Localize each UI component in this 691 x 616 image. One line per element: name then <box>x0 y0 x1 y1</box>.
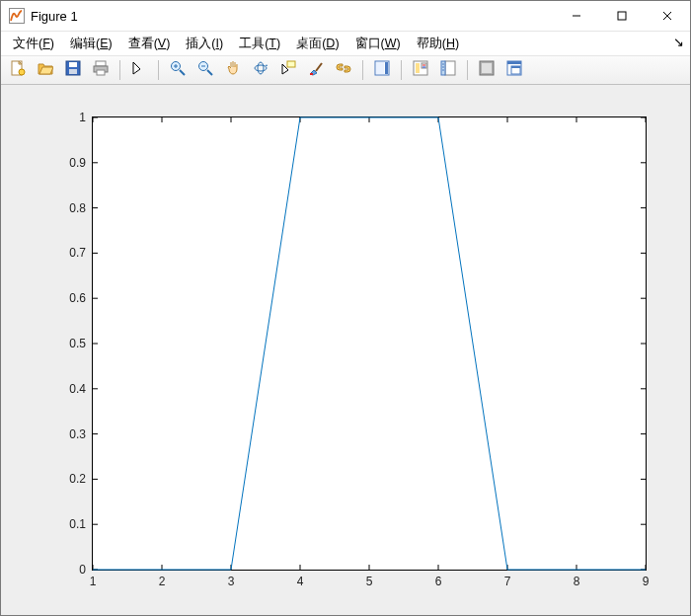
zoom-out-button[interactable] <box>192 57 218 83</box>
menu-item-t[interactable]: 工具(T) <box>231 34 288 54</box>
svg-rect-34 <box>441 61 445 75</box>
toolbar-separator <box>158 60 159 80</box>
x-tick-label: 1 <box>83 575 103 588</box>
toolbar-separator <box>401 60 402 80</box>
svg-rect-24 <box>310 73 313 75</box>
save-button[interactable] <box>60 57 86 83</box>
edit-plot-button[interactable] <box>126 57 152 83</box>
toolbar <box>1 56 690 85</box>
line-plot <box>93 117 646 570</box>
svg-rect-10 <box>96 61 106 66</box>
svg-line-23 <box>316 63 322 71</box>
hide-plot-tools-icon <box>440 60 456 80</box>
svg-point-21 <box>258 62 264 74</box>
rotate-3d-button[interactable] <box>248 57 273 83</box>
toolbar-separator <box>362 60 363 80</box>
minimize-button[interactable] <box>554 1 599 31</box>
dock-figure-icon <box>506 60 522 80</box>
save-icon <box>65 60 81 80</box>
dock-figure-button[interactable] <box>501 57 527 83</box>
svg-rect-9 <box>69 69 77 74</box>
svg-rect-8 <box>69 62 77 67</box>
toolbar-overflow-icon[interactable]: ↘ <box>673 35 684 49</box>
open-file-button[interactable] <box>33 57 58 83</box>
print-button[interactable] <box>88 57 114 83</box>
show-plot-tools-button[interactable] <box>474 57 499 83</box>
y-tick-label: 0.7 <box>56 246 86 260</box>
svg-rect-39 <box>482 63 492 73</box>
insert-legend-button[interactable] <box>408 57 433 83</box>
x-tick-label: 6 <box>428 575 448 588</box>
y-tick-label: 0.6 <box>56 291 86 305</box>
y-tick-label: 0.5 <box>56 337 86 350</box>
y-tick-label: 0.8 <box>56 201 86 215</box>
svg-rect-26 <box>385 62 388 74</box>
toolbar-separator <box>467 60 468 80</box>
menu-item-e[interactable]: 编辑(E) <box>62 34 120 54</box>
x-tick-label: 5 <box>359 575 379 588</box>
data-cursor-button[interactable] <box>275 57 301 83</box>
svg-rect-41 <box>507 61 521 64</box>
svg-point-20 <box>255 65 267 71</box>
maximize-button[interactable] <box>599 1 645 31</box>
x-tick-label: 2 <box>152 575 172 588</box>
figure-window: Figure 1 文件(F)编辑(E)查看(V)插入(I)工具(T)桌面(D)窗… <box>0 0 691 616</box>
rotate-3d-icon <box>253 60 269 80</box>
x-tick-label: 3 <box>221 575 241 588</box>
edit-plot-icon <box>131 60 147 80</box>
matlab-figure-icon <box>9 8 25 24</box>
y-tick-label: 0.2 <box>56 472 86 486</box>
figure-canvas-area: 00.10.20.30.40.50.60.70.80.91123456789 <box>1 85 690 615</box>
menu-bar: 文件(F)编辑(E)查看(V)插入(I)工具(T)桌面(D)窗口(W)帮助(H)… <box>1 32 690 56</box>
x-tick-label: 4 <box>290 575 310 588</box>
pan-icon <box>225 60 241 80</box>
link-icon <box>336 60 351 80</box>
new-figure-icon <box>10 60 26 80</box>
insert-colorbar-icon <box>374 60 390 80</box>
close-button[interactable] <box>645 1 690 31</box>
svg-line-14 <box>180 70 185 75</box>
y-tick-label: 0.4 <box>56 382 86 396</box>
new-figure-button[interactable] <box>5 57 31 83</box>
svg-rect-22 <box>287 61 295 67</box>
brush-button[interactable] <box>303 57 329 83</box>
link-button[interactable] <box>331 57 356 83</box>
y-tick-label: 0 <box>56 563 86 577</box>
x-tick-label: 7 <box>498 575 517 588</box>
y-tick-label: 0.3 <box>56 427 86 441</box>
svg-rect-33 <box>445 61 455 75</box>
axes[interactable] <box>92 116 647 571</box>
y-tick-label: 1 <box>56 111 86 124</box>
svg-rect-2 <box>618 12 626 20</box>
data-cursor-icon <box>280 60 296 80</box>
menu-item-w[interactable]: 窗口(W) <box>347 34 409 54</box>
y-tick-label: 0.1 <box>56 517 86 531</box>
svg-point-6 <box>19 69 25 75</box>
menu-item-i[interactable]: 插入(I) <box>178 34 231 54</box>
zoom-in-icon <box>170 60 186 80</box>
hide-plot-tools-button[interactable] <box>435 57 461 83</box>
menu-item-d[interactable]: 桌面(D) <box>288 34 346 54</box>
x-tick-label: 9 <box>636 575 655 588</box>
svg-rect-12 <box>97 70 105 75</box>
y-tick-label: 0.9 <box>56 156 86 170</box>
print-icon <box>93 60 109 80</box>
brush-icon <box>308 60 324 80</box>
svg-line-18 <box>207 70 212 75</box>
insert-legend-icon <box>413 60 428 80</box>
x-tick-label: 8 <box>567 575 586 588</box>
zoom-in-button[interactable] <box>165 57 191 83</box>
window-title: Figure 1 <box>31 9 78 24</box>
show-plot-tools-icon <box>479 60 495 80</box>
insert-colorbar-button[interactable] <box>369 57 395 83</box>
svg-rect-32 <box>416 63 420 73</box>
svg-rect-43 <box>511 66 520 68</box>
menu-item-h[interactable]: 帮助(H) <box>409 34 467 54</box>
pan-button[interactable] <box>220 57 246 83</box>
zoom-out-icon <box>197 60 213 80</box>
menu-item-v[interactable]: 查看(V) <box>120 34 179 54</box>
menu-item-f[interactable]: 文件(F) <box>5 34 62 54</box>
open-file-icon <box>38 60 53 80</box>
svg-rect-27 <box>376 62 384 74</box>
toolbar-separator <box>119 60 120 80</box>
